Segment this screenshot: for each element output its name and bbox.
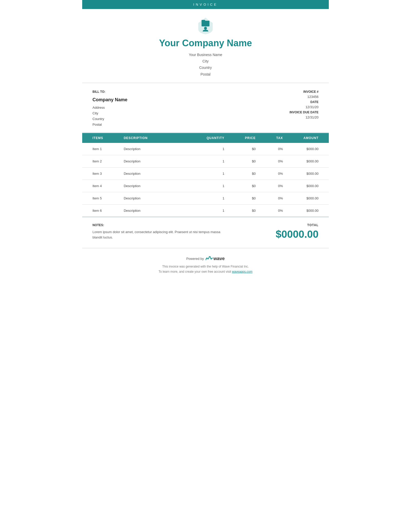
- invoice-number-label: INVOICE #: [303, 90, 319, 94]
- company-postal: Postal: [87, 71, 324, 78]
- col-description: DESCRIPTION: [114, 133, 197, 143]
- invoice-date-value: 12/31/20: [305, 105, 319, 109]
- invoice-date-value-row: 12/31/20: [289, 105, 319, 109]
- notes-total-section: NOTES: Lorem ipsum dolor sit amet, conse…: [82, 217, 329, 248]
- bill-company-name: Company Name: [92, 96, 127, 104]
- item-amount: $000.00: [293, 168, 329, 180]
- table-row: Item 3 Description 1 $0 0% $000.00: [82, 168, 329, 180]
- item-amount: $000.00: [293, 205, 329, 217]
- total-label: TOTAL: [276, 223, 319, 227]
- item-quantity: 1: [196, 180, 235, 192]
- invoice-number-value: 123456: [307, 95, 319, 99]
- item-quantity: 1: [196, 168, 235, 180]
- item-price: $0: [235, 168, 266, 180]
- invoice-table: ITEMS DESCRIPTION QUANTITY PRICE TAX AMO…: [82, 133, 329, 217]
- bill-postal: Postal: [92, 122, 127, 127]
- footer-text: This invoice was generated with the help…: [87, 264, 324, 274]
- total-amount: $0000.00: [276, 228, 319, 240]
- item-description: Description: [114, 192, 197, 205]
- bill-to-section: BILL TO: Company Name Address City Count…: [92, 89, 127, 127]
- item-price: $0: [235, 155, 266, 168]
- total-section: TOTAL $0000.00: [276, 223, 319, 240]
- col-quantity: QUANTITY: [196, 133, 235, 143]
- bill-city: City: [92, 111, 127, 116]
- table-row: Item 2 Description 1 $0 0% $000.00: [82, 155, 329, 168]
- notes-text: Lorem ipsum dolor sit amet, consectetur …: [92, 230, 221, 240]
- wave-link[interactable]: waveapps.com: [232, 270, 253, 273]
- item-description: Description: [114, 155, 197, 168]
- table-header-row: ITEMS DESCRIPTION QUANTITY PRICE TAX AMO…: [82, 133, 329, 143]
- footer-line1: This invoice was generated with the help…: [87, 264, 324, 269]
- company-name: Your Company Name: [87, 38, 324, 49]
- company-details: Your Business Name City Country Postal: [87, 52, 324, 78]
- svg-rect-0: [202, 21, 210, 26]
- item-quantity: 1: [196, 155, 235, 168]
- item-price: $0: [235, 180, 266, 192]
- item-description: Description: [114, 143, 197, 155]
- item-price: $0: [235, 143, 266, 155]
- col-price: PRICE: [235, 133, 266, 143]
- item-name: Item 5: [82, 192, 114, 205]
- invoice-date-label-row: DATE: [289, 99, 319, 104]
- invoice-info-section: BILL TO: Company Name Address City Count…: [82, 83, 329, 133]
- item-name: Item 1: [82, 143, 114, 155]
- invoice-due-value-row: 12/31/20: [289, 115, 319, 120]
- footer-section: Powered by wave This invoice was generat…: [82, 248, 329, 280]
- wave-logo: wave: [206, 256, 225, 261]
- item-tax: 0%: [266, 143, 293, 155]
- item-name: Item 2: [82, 155, 114, 168]
- item-quantity: 1: [196, 205, 235, 217]
- svg-point-2: [204, 27, 207, 30]
- col-tax: TAX: [266, 133, 293, 143]
- item-quantity: 1: [196, 192, 235, 205]
- item-tax: 0%: [266, 205, 293, 217]
- svg-rect-1: [202, 20, 205, 22]
- invoice-number-label-row: INVOICE #: [289, 89, 319, 94]
- item-tax: 0%: [266, 168, 293, 180]
- col-amount: AMOUNT: [293, 133, 329, 143]
- item-description: Description: [114, 205, 197, 217]
- invoice-title: INVOICE: [193, 3, 218, 6]
- table-row: Item 6 Description 1 $0 0% $000.00: [82, 205, 329, 217]
- notes-section: NOTES: Lorem ipsum dolor sit amet, conse…: [92, 223, 221, 240]
- invoice-due-label-row: INVOICE DUE DATE: [289, 110, 319, 114]
- table-row: Item 5 Description 1 $0 0% $000.00: [82, 192, 329, 205]
- item-amount: $000.00: [293, 143, 329, 155]
- item-amount: $000.00: [293, 155, 329, 168]
- item-description: Description: [114, 180, 197, 192]
- company-city: City: [87, 58, 324, 65]
- table-row: Item 1 Description 1 $0 0% $000.00: [82, 143, 329, 155]
- bill-country: Country: [92, 116, 127, 122]
- company-country: Country: [87, 65, 324, 71]
- bill-address: Address: [92, 105, 127, 111]
- invoice-due-date-value: 12/31/20: [305, 115, 319, 119]
- item-name: Item 6: [82, 205, 114, 217]
- item-name: Item 4: [82, 180, 114, 192]
- item-price: $0: [235, 192, 266, 205]
- col-items: ITEMS: [82, 133, 114, 143]
- notes-label: NOTES:: [92, 223, 221, 227]
- business-name: Your Business Name: [87, 52, 324, 58]
- item-amount: $000.00: [293, 180, 329, 192]
- item-description: Description: [114, 168, 197, 180]
- item-tax: 0%: [266, 192, 293, 205]
- invoice-header-bar: INVOICE: [82, 0, 329, 9]
- table-row: Item 4 Description 1 $0 0% $000.00: [82, 180, 329, 192]
- item-tax: 0%: [266, 180, 293, 192]
- bill-to-label: BILL TO:: [92, 89, 127, 94]
- invoice-details-section: INVOICE # 123456 DATE 12/31/20 INVOICE D…: [289, 89, 319, 127]
- wave-brand-text: wave: [213, 256, 225, 261]
- company-logo: [197, 17, 214, 36]
- powered-by-text: Powered by: [186, 257, 204, 261]
- item-tax: 0%: [266, 155, 293, 168]
- company-section: Your Company Name Your Business Name Cit…: [82, 9, 329, 83]
- footer-line2: To learn more, and create your own free …: [87, 269, 324, 274]
- item-amount: $000.00: [293, 192, 329, 205]
- powered-by-row: Powered by wave: [87, 256, 324, 261]
- item-quantity: 1: [196, 143, 235, 155]
- item-name: Item 3: [82, 168, 114, 180]
- invoice-due-date-label: INVOICE DUE DATE: [289, 111, 319, 114]
- invoice-number-value-row: 123456: [289, 94, 319, 99]
- invoice-date-label: DATE: [310, 100, 319, 104]
- item-price: $0: [235, 205, 266, 217]
